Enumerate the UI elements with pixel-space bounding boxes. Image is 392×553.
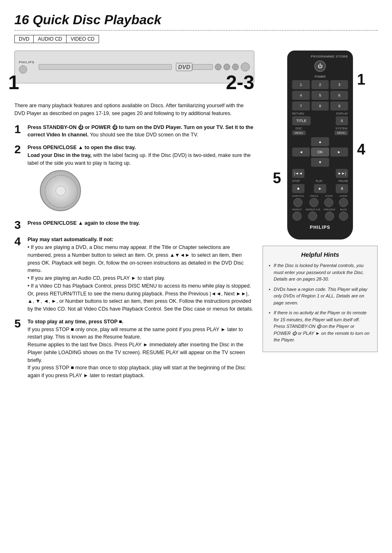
step-number-4: 4 [14,236,24,313]
step-number-5: 5 [14,318,24,380]
btn-pause[interactable]: ⏸ [336,184,348,193]
nav-empty-2 [330,137,348,146]
step-number-3: 3 [14,219,24,231]
btn-preview[interactable] [325,212,334,221]
disc-system-row: DISC MENU SYSTEM MENU [292,127,348,135]
skip-empty [314,169,326,178]
system-menu-label: SYSTEM [335,127,347,130]
remote-step-4: 4 [357,141,365,158]
dvd-player-image: PHILIPS DVD [14,51,254,83]
mute-group: MUTE [339,208,348,221]
audio-label: AUDIO [339,195,347,197]
btn-repeat-ab[interactable] [308,212,317,221]
step2-bold1: Press OPEN/CLOSE ▲ to open the disc tray… [28,145,136,150]
step-label-1: 1 [8,71,19,94]
power-button[interactable]: ⏻ [314,60,326,72]
step-3: 3 Press OPEN/CLOSE ▲ again to close the … [14,219,254,231]
btn-system-menu[interactable]: MENU [334,131,348,135]
btn-right[interactable]: ► [330,147,348,157]
btn-0[interactable]: 0 [336,116,348,125]
stop-label: STOP [292,180,300,182]
btn-prev[interactable]: |◄◄ [292,169,304,178]
philips-logo: PHILIPS [292,225,348,230]
dvd-front-left: PHILIPS [19,60,35,74]
mute-label: MUTE [340,208,347,211]
title-zero-row: TITLE 0 [292,116,348,125]
btn-1[interactable]: 1 [292,80,310,89]
btn-disc-menu[interactable]: MENU [292,131,306,135]
hints-title: Helpful Hints [269,251,371,258]
btn-play[interactable]: ► [314,184,326,193]
right-column: PROGRAMME STORE ⏻ POWER 1 2 3 4 5 [263,51,378,385]
btn-3[interactable]: 3 [330,80,348,89]
step3-bold: Press OPEN/CLOSE ▲ again to close the tr… [28,220,140,226]
page-title: 16 Quick Disc Playback [14,12,378,28]
step-1: 1 Press STANDBY-ON ⏻ or POWER ⏻ to turn … [14,124,254,139]
dvd-btn3[interactable] [232,64,239,70]
sub-row-2: REPEAT REPEAT A-B PREVIEW MUTE [292,208,348,221]
step5-normal: If you press STOP ■ only once, play will… [28,327,245,379]
step5-bold: To stop play at any time, press STOP ■. [28,319,123,325]
stop-play-labels: STOP PLAY PAUSE ■ ► ⏸ [292,180,348,193]
disc-outer [40,170,81,211]
page-number: 16 [14,12,29,27]
dvd-btn2[interactable] [224,64,230,70]
system-menu-group: SYSTEM MENU [334,127,348,135]
btn-angle[interactable] [309,198,318,207]
page-header: 16 Quick Disc Playback [14,12,378,28]
dvd-brand: PHILIPS [19,60,35,64]
btn-audio[interactable] [339,198,348,207]
btn-7[interactable]: 7 [292,101,310,111]
remote-step-5: 5 [273,170,281,187]
btn-4[interactable]: 4 [292,91,310,100]
zoom-label: ZOOM [325,195,332,197]
preview-group: PREVIEW [324,208,335,221]
remote-step-1: 1 [357,71,365,88]
btn-left[interactable]: ◄ [292,147,310,157]
play-label: PLAY [316,180,323,182]
dvd-btn1[interactable] [215,64,221,70]
intro-paragraph: There are many playback features and opt… [14,102,254,118]
btn-5[interactable]: 5 [311,91,329,100]
btn-down[interactable]: ▼ [311,158,329,167]
step-4: 4 Play may start automatically. If not: … [14,236,254,313]
btn-title[interactable]: TITLE [292,116,311,125]
step-content-4: Play may start automatically. If not: • … [28,236,254,313]
disc-menu-group: DISC MENU [292,127,306,135]
return-label: RETURN [292,112,304,115]
dvd-controls [192,62,250,71]
disc-dashed-ring [45,175,78,208]
btn-subtitle[interactable] [293,198,302,207]
btn-repeat[interactable] [293,212,302,221]
dvd-player-area: PHILIPS DVD 1 2-3 [14,51,254,96]
step-content-2: Press OPEN/CLOSE ▲ to open the disc tray… [28,144,254,214]
btn-zoom[interactable] [324,198,333,207]
btn-stop[interactable]: ■ [292,184,304,193]
number-grid: 1 2 3 4 5 6 7 8 9 [292,80,348,111]
pause-label: PAUSE [339,180,348,182]
format-audiocd: AUDIO CD [33,35,66,43]
skip-row: |◄◄ ►►| [292,169,348,178]
btn-mute[interactable] [339,212,348,221]
nav-empty-4 [330,158,348,167]
step-5: 5 To stop play at any time, press STOP ■… [14,318,254,380]
step4-normal: • If you are playing a DVD, a Disc menu … [28,244,253,312]
hint-1: If the Disc is locked by Parental contro… [269,262,371,283]
btn-6[interactable]: 6 [330,91,348,100]
btn-up[interactable]: ▲ [311,137,329,146]
left-column: PHILIPS DVD 1 2-3 There are many playbac… [14,51,254,385]
dvd-circle-btn[interactable] [241,62,250,71]
dvd-open-btn[interactable] [19,65,27,74]
hints-list: If the Disc is locked by Parental contro… [269,262,371,343]
btn-2[interactable]: 2 [311,80,329,89]
dvd-logo: DVD [176,63,192,71]
power-label: POWER [292,75,348,78]
btn-ok[interactable]: OK [311,147,329,157]
remote-control: PROGRAMME STORE ⏻ POWER 1 2 3 4 5 [287,51,353,240]
btn-8[interactable]: 8 [311,101,329,111]
btn-next[interactable]: ►►| [336,169,348,178]
repeat-ab-group: REPEAT A-B [306,208,320,221]
subtitle-label: SUBTITLE [292,195,304,197]
btn-9[interactable]: 9 [330,101,348,111]
angle-label: ANGLE [310,195,318,197]
